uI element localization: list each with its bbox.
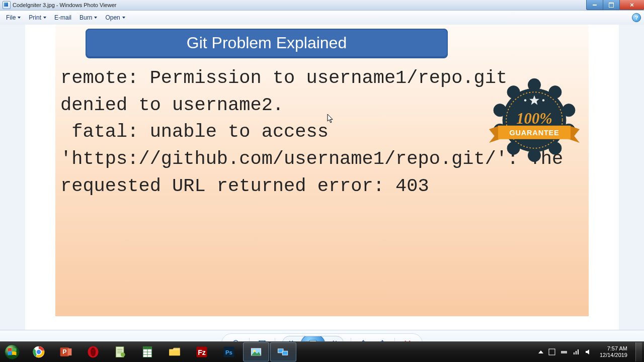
svg-point-13 bbox=[524, 99, 527, 102]
menu-burn[interactable]: Burn bbox=[76, 13, 100, 23]
start-button[interactable] bbox=[2, 342, 22, 362]
slide-title: Git Problem Explained bbox=[86, 29, 448, 57]
image-viewport[interactable]: Git Problem Explained remote: Permission… bbox=[0, 25, 644, 330]
svg-point-3 bbox=[562, 104, 575, 117]
photo-viewer-window: CodeIgniter 3.jpg - Windows Photo Viewer… bbox=[0, 0, 644, 356]
svg-rect-58 bbox=[576, 351, 577, 354]
taskbar-app-opera[interactable] bbox=[80, 342, 106, 361]
action-center-icon[interactable] bbox=[548, 348, 555, 355]
taskbar-app-photoshop[interactable]: Ps bbox=[216, 342, 242, 361]
svg-rect-33 bbox=[68, 348, 72, 355]
guarantee-badge: 100% GUARANTEE bbox=[489, 75, 580, 165]
svg-rect-42 bbox=[143, 347, 152, 349]
windows-logo-icon bbox=[4, 343, 21, 360]
powerpoint-icon: P bbox=[59, 345, 73, 359]
tray-date: 12/14/2019 bbox=[600, 352, 627, 358]
chevron-down-icon bbox=[43, 17, 46, 19]
minimize-button[interactable] bbox=[586, 0, 603, 10]
menu-file-label: File bbox=[6, 14, 16, 21]
svg-rect-56 bbox=[561, 351, 567, 353]
notepadpp-icon bbox=[113, 345, 127, 359]
mouse-cursor-icon bbox=[327, 114, 334, 124]
chrome-icon bbox=[32, 345, 46, 359]
filezilla-icon: Fz bbox=[195, 345, 209, 359]
spreadsheet-icon bbox=[140, 345, 154, 359]
chevron-down-icon bbox=[94, 17, 97, 19]
svg-point-40 bbox=[121, 352, 125, 357]
photo-viewer-icon bbox=[249, 345, 263, 359]
drive-icon[interactable] bbox=[560, 348, 568, 355]
taskbar[interactable]: P Fz Ps 7:57 AM bbox=[0, 341, 644, 362]
network-icon[interactable] bbox=[573, 348, 580, 355]
menu-email[interactable]: E-mail bbox=[51, 13, 74, 23]
window-switcher-icon bbox=[276, 345, 290, 359]
menu-print[interactable]: Print bbox=[26, 13, 49, 23]
svg-point-5 bbox=[549, 142, 561, 154]
taskbar-app-libreoffice[interactable] bbox=[134, 342, 160, 361]
taskbar-app-photoviewer[interactable] bbox=[243, 342, 269, 361]
tray-overflow-icon[interactable] bbox=[538, 350, 543, 353]
titlebar[interactable]: CodeIgniter 3.jpg - Windows Photo Viewer… bbox=[0, 0, 644, 11]
svg-text:Fz: Fz bbox=[198, 348, 206, 356]
taskbar-app-powerpoint[interactable]: P bbox=[53, 342, 79, 361]
chevron-down-icon bbox=[122, 17, 125, 19]
svg-point-9 bbox=[494, 104, 506, 117]
help-icon[interactable]: ? bbox=[632, 13, 641, 22]
maximize-button[interactable] bbox=[603, 0, 619, 10]
displayed-image: Git Problem Explained remote: Permission… bbox=[55, 25, 589, 316]
svg-point-35 bbox=[91, 347, 96, 356]
tray-time: 7:57 AM bbox=[600, 345, 627, 352]
svg-point-6 bbox=[528, 149, 540, 162]
svg-point-14 bbox=[542, 99, 545, 102]
svg-text:P: P bbox=[62, 348, 66, 355]
svg-rect-54 bbox=[282, 351, 288, 355]
svg-rect-46 bbox=[170, 350, 180, 356]
svg-point-7 bbox=[507, 142, 520, 154]
show-desktop-button[interactable] bbox=[635, 342, 642, 361]
chevron-down-icon bbox=[18, 17, 21, 19]
system-tray[interactable]: 7:57 AM 12/14/2019 bbox=[533, 342, 644, 361]
menubar: File Print E-mail Burn Open ? bbox=[0, 11, 644, 25]
taskbar-app-explorer[interactable] bbox=[162, 342, 188, 361]
svg-text:Ps: Ps bbox=[225, 349, 232, 355]
close-button[interactable]: × bbox=[619, 0, 644, 10]
photoshop-icon: Ps bbox=[222, 345, 236, 359]
taskbar-app-taskview[interactable] bbox=[270, 342, 296, 361]
taskbar-apps: P Fz Ps bbox=[25, 342, 297, 362]
window-title: CodeIgniter 3.jpg - Windows Photo Viewer bbox=[13, 2, 116, 8]
menu-open-label: Open bbox=[105, 14, 120, 21]
svg-rect-55 bbox=[549, 349, 555, 355]
menu-print-label: Print bbox=[29, 14, 41, 21]
badge-percent-text: 100% bbox=[516, 110, 552, 127]
tray-clock[interactable]: 7:57 AM 12/14/2019 bbox=[597, 345, 630, 358]
opera-icon bbox=[86, 345, 100, 359]
taskbar-app-chrome[interactable] bbox=[26, 342, 52, 361]
menu-burn-label: Burn bbox=[79, 14, 92, 21]
svg-rect-59 bbox=[578, 349, 579, 354]
folder-icon bbox=[168, 345, 182, 359]
svg-point-1 bbox=[528, 78, 540, 91]
svg-point-10 bbox=[507, 86, 520, 99]
taskbar-app-filezilla[interactable]: Fz bbox=[189, 342, 215, 361]
badge-word-text: GUARANTEE bbox=[509, 129, 559, 137]
taskbar-app-notepadpp[interactable] bbox=[107, 342, 133, 361]
menu-email-label: E-mail bbox=[54, 14, 71, 21]
volume-icon[interactable] bbox=[585, 348, 592, 355]
app-icon bbox=[3, 1, 11, 9]
menu-file[interactable]: File bbox=[3, 13, 24, 23]
svg-rect-57 bbox=[574, 352, 575, 354]
svg-point-2 bbox=[549, 86, 561, 99]
menu-open[interactable]: Open bbox=[102, 13, 128, 23]
